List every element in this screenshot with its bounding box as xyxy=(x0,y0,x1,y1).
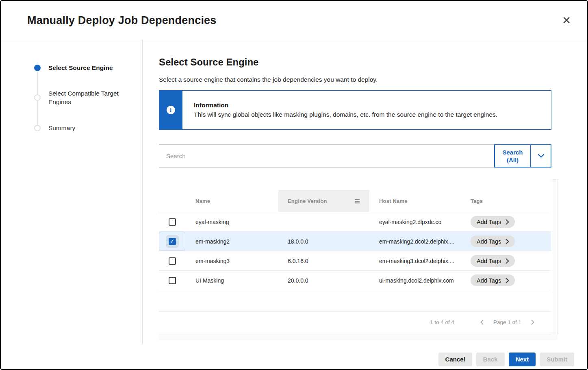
step-label: Select Source Engine xyxy=(48,63,113,72)
step-label: Select Compatible Target Engines xyxy=(48,89,128,106)
chevron-right-icon xyxy=(531,320,534,325)
check-icon: ✓ xyxy=(170,238,175,244)
search-button-label-line2: (All) xyxy=(507,156,519,164)
column-header-tags[interactable]: Tags xyxy=(460,190,551,212)
information-banner: i Information This will sync global obje… xyxy=(159,90,551,130)
main-panel: Select Source Engine Select a source eng… xyxy=(143,40,587,344)
cell-engine-version: 18.0.0.0 xyxy=(278,232,369,251)
step-label: Summary xyxy=(48,124,75,132)
back-button[interactable]: Back xyxy=(476,353,505,366)
dialog-title: Manually Deploy Job Dependencies xyxy=(27,14,217,27)
column-header-label: Engine Version xyxy=(288,198,327,204)
add-tags-button[interactable]: Add Tags xyxy=(471,235,515,247)
add-tags-button[interactable]: Add Tags xyxy=(471,274,515,286)
previous-page-button[interactable] xyxy=(480,319,484,326)
cell-tags: Add Tags xyxy=(460,212,551,231)
chevron-down-icon xyxy=(538,154,545,158)
info-icon-box: i xyxy=(159,90,182,130)
search-scope-dropdown[interactable] xyxy=(530,144,551,168)
add-tags-button[interactable]: Add Tags xyxy=(471,216,515,228)
cell-engine-version: 20.0.0.0 xyxy=(278,271,369,290)
search-all-button[interactable]: Search (All) xyxy=(494,144,531,168)
next-page-button[interactable] xyxy=(530,319,535,326)
stepper-step-summary[interactable]: Summary xyxy=(34,124,75,132)
column-header-name[interactable]: Name xyxy=(185,190,278,212)
column-header-host-name[interactable]: Host Name xyxy=(369,190,460,212)
search-input[interactable] xyxy=(159,144,495,168)
checkbox-halo: ✓ xyxy=(166,235,179,248)
cell-host-name: ui-masking.dcol2.delphix.com xyxy=(369,271,460,290)
submit-button[interactable]: Submit xyxy=(540,353,574,366)
vertical-scrollbar[interactable] xyxy=(552,179,558,334)
close-icon[interactable]: ✕ xyxy=(560,13,573,27)
cell-engine-version: 6.0.16.0 xyxy=(278,251,369,270)
row-checkbox[interactable]: ✓ xyxy=(169,238,176,245)
table-header-row: Name Engine Version ≡ Host Name Tags xyxy=(159,190,551,212)
table-empty-space xyxy=(159,290,551,311)
chevron-right-icon xyxy=(506,219,509,225)
pagination-page: Page 1 of 1 xyxy=(493,319,521,325)
row-checkbox-cell: ✓ xyxy=(159,271,185,290)
row-checkbox[interactable]: ✓ xyxy=(169,277,176,284)
step-dot xyxy=(34,125,41,131)
cell-tags: Add Tags xyxy=(460,251,551,270)
dialog-header: Manually Deploy Job Dependencies ✕ xyxy=(1,1,587,40)
row-checkbox[interactable]: ✓ xyxy=(169,257,176,265)
cell-name: em-masking3 xyxy=(185,251,278,270)
cell-host-name: eyal-masking2.dlpxdc.co xyxy=(369,212,460,231)
step-dot xyxy=(34,65,41,71)
column-header-label: Name xyxy=(195,198,210,204)
wizard-stepper: Select Source Engine Select Compatible T… xyxy=(1,40,143,344)
column-header-label: Host Name xyxy=(379,198,408,204)
horizontal-scrollbar[interactable] xyxy=(159,335,558,340)
pagination-range: 1 to 4 of 4 xyxy=(430,319,454,325)
cancel-button[interactable]: Cancel xyxy=(438,353,472,366)
column-header-label: Tags xyxy=(471,198,483,204)
column-header-engine-version[interactable]: Engine Version ≡ xyxy=(278,190,369,212)
chevron-right-icon xyxy=(506,258,509,264)
search-button-label-line1: Search xyxy=(502,148,523,156)
cell-name: eyal-masking xyxy=(185,212,278,231)
chevron-left-icon xyxy=(480,320,484,325)
cell-engine-version xyxy=(278,212,369,231)
step-dot xyxy=(34,94,41,101)
table-row[interactable]: ✓ em-masking3 6.0.16.0 em-masking3.dcol2… xyxy=(159,251,551,271)
dialog-body: Select Source Engine Select Compatible T… xyxy=(1,40,587,344)
column-menu-icon[interactable]: ≡ xyxy=(354,196,360,205)
checkbox-halo: ✓ xyxy=(166,255,179,268)
info-banner-content: Information This will sync global object… xyxy=(182,91,497,129)
add-tags-label: Add Tags xyxy=(477,219,501,225)
table-row[interactable]: ✓ eyal-masking eyal-masking2.dlpxdc.co A… xyxy=(159,212,551,232)
info-banner-message: This will sync global objects like maski… xyxy=(194,111,497,118)
table-row[interactable]: ✓ UI Masking 20.0.0.0 ui-masking.dcol2.d… xyxy=(159,271,551,290)
next-button[interactable]: Next xyxy=(509,353,536,366)
add-tags-button[interactable]: Add Tags xyxy=(471,255,515,267)
stepper-step-select-source-engine[interactable]: Select Source Engine xyxy=(34,63,113,72)
add-tags-label: Add Tags xyxy=(477,277,501,284)
checkbox-halo: ✓ xyxy=(166,215,179,229)
info-icon: i xyxy=(167,106,175,114)
cell-name: UI Masking xyxy=(185,271,278,290)
header-checkbox-cell xyxy=(159,190,185,212)
table-row[interactable]: ✓ em-masking2 18.0.0.0 em-masking2.dcol2… xyxy=(159,232,551,251)
page-description: Select a source engine that contains the… xyxy=(159,76,587,83)
page-title: Select Source Engine xyxy=(159,57,587,68)
row-checkbox[interactable]: ✓ xyxy=(169,218,176,226)
engines-table: Name Engine Version ≡ Host Name Tags xyxy=(159,179,558,340)
add-tags-label: Add Tags xyxy=(477,238,501,245)
info-banner-title: Information xyxy=(194,102,497,109)
stepper-step-select-compatible-target-engines[interactable]: Select Compatible Target Engines xyxy=(34,89,128,106)
chevron-right-icon xyxy=(506,239,509,244)
cell-tags: Add Tags xyxy=(460,271,551,290)
chevron-right-icon xyxy=(506,278,509,283)
cell-name: em-masking2 xyxy=(185,232,278,251)
cell-tags: Add Tags xyxy=(460,232,551,251)
cell-host-name: em-masking2.dcol2.delphix.... xyxy=(369,232,460,251)
search-bar: Search (All) xyxy=(159,144,551,168)
row-checkbox-cell: ✓ xyxy=(159,251,185,270)
manually-deploy-job-dependencies-dialog: Manually Deploy Job Dependencies ✕ Selec… xyxy=(0,0,588,370)
dialog-footer: Cancel Back Next Submit xyxy=(1,344,587,369)
table-pagination: 1 to 4 of 4 Page 1 of 1 xyxy=(159,311,551,333)
add-tags-label: Add Tags xyxy=(477,258,501,264)
row-checkbox-cell: ✓ xyxy=(159,212,185,231)
